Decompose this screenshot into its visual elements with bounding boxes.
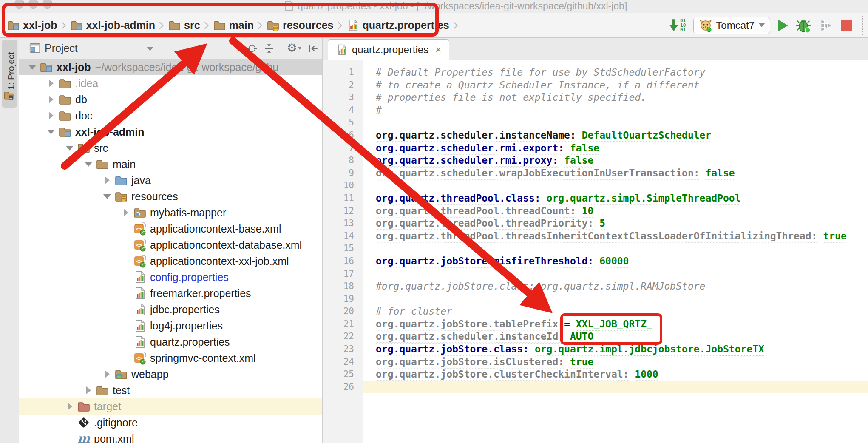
tree-item-quartz-properties[interactable]: quartz.properties: [19, 334, 322, 350]
tree-expanded-arrow-icon[interactable]: [47, 130, 55, 134]
code-line-21[interactable]: org.quartz.jobStore.tablePrefix = XXL_JO…: [363, 318, 868, 331]
code-line-20[interactable]: # for cluster: [363, 305, 868, 318]
code-line-7[interactable]: org.quartz.scheduler.rmi.export: false: [363, 142, 868, 155]
tree-item-java[interactable]: java: [19, 172, 322, 188]
panel-settings-button[interactable]: ⚙: [287, 43, 302, 54]
window-zoom-button[interactable]: [43, 0, 52, 9]
line-number[interactable]: 6: [323, 129, 363, 142]
tree-collapsed-arrow-icon[interactable]: [49, 112, 54, 119]
line-number[interactable]: 15: [323, 242, 363, 255]
tree-item-mybatis-mapper[interactable]: mybatis-mapper: [19, 204, 322, 221]
line-number[interactable]: 22: [323, 330, 363, 343]
tree-item-db[interactable]: db: [19, 91, 322, 108]
code-line-12[interactable]: org.quartz.threadPool.threadCount: 10: [363, 205, 868, 218]
editor-gutter[interactable]: 1234567891011121314151617181920212223242…: [323, 60, 363, 443]
line-number[interactable]: 26: [323, 381, 363, 394]
tree-collapsed-arrow-icon[interactable]: [86, 386, 91, 394]
tree-item-main[interactable]: main: [19, 156, 322, 172]
code-line-14[interactable]: org.quartz.threadPool.threadsInheritCont…: [363, 230, 868, 243]
update-project-button[interactable]: 011001: [668, 18, 686, 33]
tree-expanded-arrow-icon[interactable]: [85, 162, 92, 167]
collapse-all-button[interactable]: [264, 43, 275, 54]
code-line-15[interactable]: [363, 242, 868, 255]
line-number[interactable]: 4: [323, 104, 363, 117]
breadcrumb-item-src[interactable]: src: [168, 19, 200, 32]
tree-item-test[interactable]: test: [19, 382, 322, 398]
line-number[interactable]: 17: [323, 268, 363, 281]
line-number[interactable]: 16: [323, 255, 363, 268]
line-number[interactable]: 1: [323, 66, 363, 79]
editor-code-area[interactable]: # Default Properties file for use by Std…: [363, 60, 868, 443]
line-number[interactable]: 25: [323, 368, 363, 381]
tree-item-jdbc-properties[interactable]: jdbc.properties: [19, 301, 322, 318]
tree-expanded-arrow-icon[interactable]: [66, 146, 74, 151]
window-close-button[interactable]: [14, 0, 24, 9]
breadcrumb-item-xxl-job[interactable]: xxl-job: [7, 19, 57, 32]
tree-item-springmvc-context-xml[interactable]: <> springmvc-context.xml: [19, 350, 322, 366]
breadcrumb-item-quartz-properties[interactable]: quartz.properties: [346, 19, 449, 32]
tree-item-src[interactable]: src: [19, 140, 322, 156]
run-button[interactable]: [778, 20, 788, 31]
code-line-11[interactable]: org.quartz.threadPool.class: org.quartz.…: [363, 192, 868, 205]
scroll-from-source-button[interactable]: [247, 43, 258, 54]
line-number[interactable]: 14: [323, 230, 363, 243]
line-number[interactable]: 8: [323, 154, 363, 167]
code-line-23[interactable]: org.quartz.jobStore.class: org.quartz.im…: [363, 343, 868, 356]
tree-expanded-arrow-icon[interactable]: [103, 194, 111, 199]
tree-item-xxl-job-admin[interactable]: xxl-job-admin: [19, 124, 322, 140]
breadcrumb-item-resources[interactable]: resources: [267, 19, 334, 32]
debug-button[interactable]: [796, 18, 811, 33]
line-number[interactable]: 12: [323, 205, 363, 218]
tree-item--gitignore[interactable]: .gitignore: [19, 415, 322, 431]
tree-item-xxl-job[interactable]: xxl-job~/workspaces/idea-git-workspace/g…: [19, 59, 322, 75]
breadcrumb-item-xxl-job-admin[interactable]: xxl-job-admin: [70, 19, 156, 32]
line-number[interactable]: 2: [323, 79, 363, 92]
stop-button[interactable]: [841, 20, 852, 31]
tree-item-log4j-properties[interactable]: log4j.properties: [19, 318, 322, 334]
code-line-22[interactable]: org.quartz.scheduler.instanceId: AUTO: [363, 330, 868, 343]
code-line-6[interactable]: org.quartz.scheduler.instanceName: Defau…: [363, 129, 868, 142]
run-configuration-select[interactable]: Tomcat7: [693, 17, 770, 34]
tree-item-config-properties[interactable]: config.properties: [19, 269, 322, 285]
code-line-25[interactable]: org.quartz.jobStore.clusterCheckinInterv…: [363, 368, 868, 381]
window-minimize-button[interactable]: [28, 0, 38, 9]
line-number[interactable]: 13: [323, 217, 363, 230]
tree-collapsed-arrow-icon[interactable]: [49, 80, 54, 87]
code-line-8[interactable]: org.quartz.scheduler.rmi.proxy: false: [363, 154, 868, 167]
line-number[interactable]: 7: [323, 142, 363, 155]
tree-item-doc[interactable]: doc: [19, 108, 322, 124]
tree-item-applicationcontext-database-xml[interactable]: <> applicationcontext-database.xml: [19, 237, 322, 253]
tab-quartz-properties[interactable]: quartz.properties ×: [328, 39, 449, 60]
code-line-18[interactable]: #org.quartz.jobStore.class: org.quartz.s…: [363, 280, 868, 293]
code-line-13[interactable]: org.quartz.threadPool.threadPriority: 5: [363, 217, 868, 230]
tree-item-webapp[interactable]: webapp: [19, 366, 322, 382]
code-line-26[interactable]: [363, 381, 868, 394]
line-number[interactable]: 20: [323, 305, 363, 318]
tree-expanded-arrow-icon[interactable]: [28, 65, 36, 70]
tree-item-pom-xml[interactable]: m pom.xml: [19, 431, 322, 443]
breadcrumb-item-main[interactable]: main: [213, 19, 254, 32]
code-line-2[interactable]: # to create a Quartz Scheduler Instance,…: [363, 79, 868, 92]
code-line-4[interactable]: #: [363, 104, 868, 117]
tree-item-freemarker-properties[interactable]: freemarker.properties: [19, 285, 322, 301]
hide-panel-button[interactable]: [308, 43, 319, 54]
line-number[interactable]: 18: [323, 280, 363, 293]
line-number[interactable]: 11: [323, 192, 363, 205]
line-number[interactable]: 10: [323, 179, 363, 192]
project-view-dropdown[interactable]: [147, 47, 153, 51]
code-line-5[interactable]: [363, 116, 868, 129]
code-line-19[interactable]: [363, 293, 868, 306]
tree-item--idea[interactable]: .idea: [19, 75, 322, 91]
tree-collapsed-arrow-icon[interactable]: [105, 370, 110, 378]
tree-item-applicationcontext-xxl-job-xml[interactable]: <> applicationcontext-xxl-job.xml: [19, 253, 322, 269]
tree-collapsed-arrow-icon[interactable]: [124, 209, 128, 216]
line-number[interactable]: 5: [323, 116, 363, 129]
line-number[interactable]: 21: [323, 318, 363, 331]
code-line-24[interactable]: org.quartz.jobStore.isClustered: true: [363, 356, 868, 369]
line-number[interactable]: 24: [323, 356, 363, 369]
coverage-button[interactable]: [819, 18, 833, 33]
tree-item-target[interactable]: target: [19, 398, 322, 415]
code-line-9[interactable]: org.quartz.scheduler.wrapJobExecutionInU…: [363, 167, 868, 180]
close-icon[interactable]: ×: [435, 44, 441, 56]
tree-item-resources[interactable]: resources: [19, 188, 322, 204]
